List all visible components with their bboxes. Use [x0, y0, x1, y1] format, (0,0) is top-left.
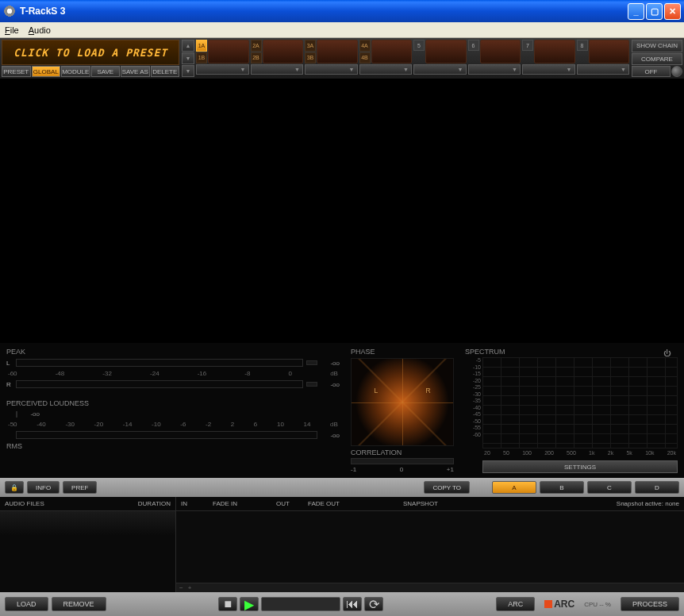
- save-button[interactable]: SAVE: [91, 66, 121, 77]
- slot-2a[interactable]: 2A: [251, 40, 262, 52]
- preset-display[interactable]: CLICK TO LOAD A PRESET: [2, 40, 179, 65]
- slot-8-dropdown[interactable]: ▼: [577, 64, 630, 75]
- slot-5-dropdown[interactable]: ▼: [413, 64, 467, 75]
- slot-6-dropdown[interactable]: ▼: [468, 64, 521, 75]
- loudness-value: -oo: [21, 410, 40, 418]
- off-button[interactable]: OFF: [632, 66, 671, 77]
- audiofiles-list[interactable]: [0, 511, 175, 592]
- meters-panel: PEAK L-oo -60-48-32-24-16-80dB R-oo PERC…: [0, 343, 684, 478]
- slot-2-preview[interactable]: [263, 40, 304, 64]
- showchain-button[interactable]: SHOW CHAIN: [632, 40, 682, 52]
- remove-button[interactable]: REMOVE: [52, 597, 106, 611]
- slot-5[interactable]: 5: [413, 40, 425, 51]
- rms-meter: [16, 431, 317, 439]
- correlation-meter: [351, 458, 454, 464]
- delete-button[interactable]: DELETE: [151, 66, 180, 77]
- timeline-footer: −+: [176, 583, 684, 592]
- global-button[interactable]: GLOBAL: [32, 66, 61, 77]
- menu-audio[interactable]: Audio: [29, 25, 51, 35]
- slot-6[interactable]: 6: [468, 40, 479, 51]
- slot-3a[interactable]: 3A: [305, 40, 316, 52]
- topbar: CLICK TO LOAD A PRESET PRESET GLOBAL MOD…: [0, 38, 684, 79]
- preset-down-button[interactable]: ▼: [182, 52, 194, 64]
- info-button[interactable]: INFO: [27, 481, 60, 494]
- snapshot-active-label: Snapshot active: none: [612, 500, 684, 507]
- slot-7-dropdown[interactable]: ▼: [522, 64, 575, 75]
- menubar: File Audio: [0, 22, 684, 38]
- copyto-button[interactable]: COPY TO: [424, 481, 470, 494]
- fadein-label: FADE IN: [208, 500, 271, 507]
- maximize-button[interactable]: ▢: [646, 3, 663, 20]
- slot-4-preview[interactable]: [371, 40, 413, 64]
- preset-up-button[interactable]: ▲: [182, 40, 194, 52]
- peak-r-label: R: [6, 381, 13, 388]
- slot-3-dropdown[interactable]: ▼: [305, 64, 358, 75]
- spectrum-y-axis: -5-10-15-20-25-30-35-40-45-50-55-60: [465, 357, 481, 437]
- preset-dropdown[interactable]: ▼: [182, 65, 194, 77]
- app-icon: [3, 5, 16, 17]
- rewind-button[interactable]: ⏮: [343, 597, 362, 611]
- spectrum-x-axis: 20501002005001k2k5k10k20k: [482, 450, 678, 456]
- snapshot-b-button[interactable]: B: [540, 481, 584, 494]
- slot-4b[interactable]: 4B: [359, 52, 371, 64]
- stop-button[interactable]: ■: [218, 597, 237, 611]
- snapshot-a-button[interactable]: A: [492, 481, 536, 494]
- snapshot-d-button[interactable]: D: [635, 481, 679, 494]
- slot-8[interactable]: 8: [577, 40, 588, 51]
- loudness-meter: [16, 411, 17, 418]
- preset-button[interactable]: PRESET: [2, 66, 31, 77]
- slot-8-preview[interactable]: [589, 40, 630, 64]
- slot-1a[interactable]: 1A: [196, 40, 207, 52]
- phase-label: PHASE: [351, 348, 454, 356]
- loudness-label: PERCEIVED LOUDNESS: [6, 399, 340, 407]
- snapshot-c-button[interactable]: C: [587, 481, 632, 494]
- timeline-view[interactable]: [176, 511, 684, 583]
- in-label: IN: [176, 500, 208, 507]
- slot-1b[interactable]: 1B: [196, 52, 207, 64]
- loop-button[interactable]: ⟳: [364, 597, 383, 611]
- close-button[interactable]: ✕: [664, 3, 681, 20]
- compare-button[interactable]: COMPARE: [632, 53, 682, 66]
- phase-scope: L R: [351, 358, 454, 446]
- menu-file[interactable]: File: [5, 25, 19, 35]
- slot-2-dropdown[interactable]: ▼: [251, 64, 304, 75]
- loudness-scale: -50-40-30-20-14-10-6-2261014dB: [6, 421, 340, 428]
- slot-7-preview[interactable]: [534, 40, 575, 64]
- slot-4a[interactable]: 4A: [359, 40, 371, 52]
- slot-4-dropdown[interactable]: ▼: [359, 64, 413, 75]
- audiofiles-label: AUDIO FILES: [5, 500, 44, 507]
- process-button[interactable]: PROCESS: [621, 597, 679, 611]
- fadeout-label: FADE OUT: [303, 500, 398, 507]
- minimize-button[interactable]: _: [628, 3, 644, 20]
- load-button[interactable]: LOAD: [5, 597, 48, 611]
- slot-3b[interactable]: 3B: [305, 52, 316, 64]
- transport-display: [261, 597, 340, 611]
- output-knob[interactable]: [671, 66, 682, 77]
- out-label: OUT: [271, 500, 303, 507]
- settings-button[interactable]: SETTINGS: [482, 460, 678, 473]
- spectrum-display: [482, 357, 678, 449]
- slot-2b[interactable]: 2B: [251, 52, 262, 64]
- titlebar: T-RackS 3 _ ▢ ✕: [0, 0, 684, 22]
- slot-5-preview[interactable]: [425, 40, 467, 64]
- pref-button[interactable]: PREF: [63, 481, 97, 494]
- slot-1-preview[interactable]: [208, 40, 249, 64]
- file-area: AUDIO FILESDURATION IN FADE IN OUT FADE …: [0, 497, 684, 592]
- peak-l-label: L: [6, 360, 13, 367]
- rms-label: RMS: [6, 442, 340, 450]
- slot-7[interactable]: 7: [522, 40, 533, 51]
- slot-1-dropdown[interactable]: ▼: [196, 64, 249, 75]
- lock-button[interactable]: 🔒: [5, 481, 24, 494]
- peak-l-value: -oo: [321, 360, 340, 367]
- arc-button[interactable]: ARC: [496, 597, 535, 611]
- play-button[interactable]: ▶: [240, 597, 259, 611]
- window-title: T-RackS 3: [20, 6, 628, 17]
- slot-3-preview[interactable]: [317, 40, 358, 64]
- module-button[interactable]: MODULE: [61, 66, 90, 77]
- saveas-button[interactable]: SAVE AS: [121, 66, 150, 77]
- expand-icon[interactable]: +: [188, 584, 192, 591]
- slot-6-preview[interactable]: [480, 40, 521, 64]
- peak-r-clip: [306, 382, 317, 387]
- collapse-icon[interactable]: −: [179, 584, 183, 591]
- rms-value: -oo: [321, 432, 340, 439]
